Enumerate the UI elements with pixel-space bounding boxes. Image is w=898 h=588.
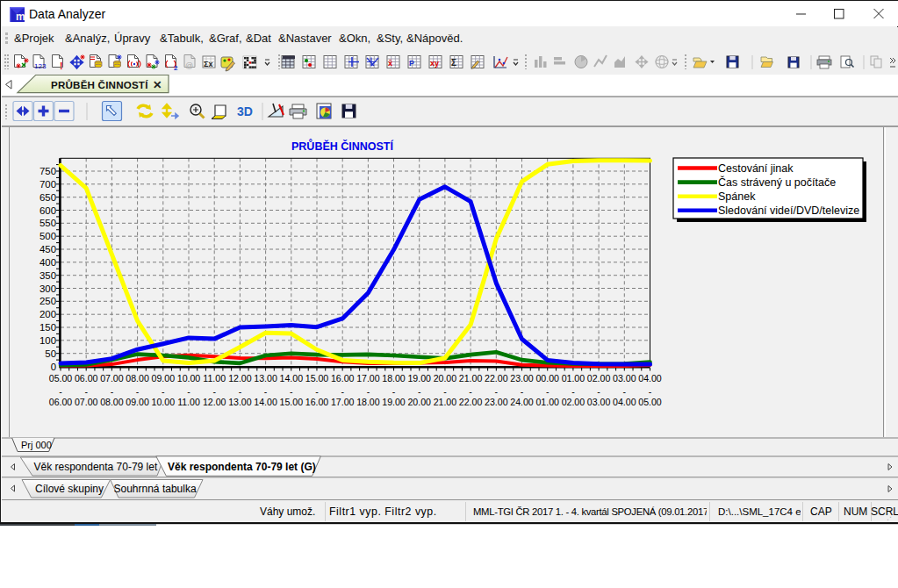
svg-text:m: m [16,11,25,22]
svg-text:23.00: 23.00 [485,397,508,407]
svg-text:08.00: 08.00 [126,373,149,384]
svg-text:PRŮBĚH ČINNOSTÍ: PRŮBĚH ČINNOSTÍ [291,139,394,153]
svg-text:20.00: 20.00 [407,397,431,407]
svg-text:18.00: 18.00 [382,373,406,384]
svg-text:-: - [341,386,344,397]
svg-text:01.00: 01.00 [535,397,559,407]
svg-text:21.00: 21.00 [434,397,457,407]
svg-text:22.00: 22.00 [459,397,483,407]
svg-text:09.00: 09.00 [152,373,176,384]
svg-text:16.00: 16.00 [331,373,355,384]
svg-text:PRŮBĚH ČINNOSTÍ: PRŮBĚH ČINNOSTÍ [51,79,148,90]
svg-text:150: 150 [40,322,56,333]
svg-text:03.00: 03.00 [587,397,611,407]
svg-text:-: - [571,386,575,397]
svg-text:06.00: 06.00 [75,373,98,384]
svg-text:02.00: 02.00 [587,373,611,384]
svg-text:-: - [521,386,524,397]
svg-text:✕: ✕ [153,79,162,91]
svg-text:07.00: 07.00 [100,373,124,384]
svg-text:500: 500 [40,231,56,241]
svg-text:09.00: 09.00 [126,397,149,407]
svg-text:-: - [264,386,268,397]
svg-text:-: - [290,386,293,397]
svg-text:2: 2 [174,64,178,72]
svg-text:-: - [84,386,88,397]
svg-text:-: - [187,386,190,397]
svg-text:-: - [315,386,319,397]
svg-text:300: 300 [40,283,56,294]
svg-text:08.00: 08.00 [100,397,124,407]
svg-text:07.00: 07.00 [75,397,98,407]
svg-text:17.00: 17.00 [356,373,380,384]
svg-text:02.00: 02.00 [562,397,585,407]
svg-text:-: - [392,386,396,397]
svg-text:12.00: 12.00 [228,373,252,384]
svg-text:24.00: 24.00 [510,397,534,407]
svg-text:14.00: 14.00 [254,397,277,407]
svg-text:06.00: 06.00 [49,397,73,407]
svg-text:05.00: 05.00 [49,373,73,384]
svg-text:21.00: 21.00 [459,373,483,384]
svg-text:15.00: 15.00 [280,397,304,407]
svg-text:-: - [443,386,447,397]
svg-text:Cestování jinak: Cestování jinak [718,162,794,175]
svg-text:Věk respondenta 70-79 let (G): Věk respondenta 70-79 let (G) [168,461,316,473]
svg-text:700: 700 [40,179,56,190]
svg-text:!: ! [60,61,63,71]
svg-text:400: 400 [40,257,56,268]
svg-text:Σx: Σx [204,60,212,68]
svg-text:-: - [212,386,216,397]
svg-text:250: 250 [40,296,56,306]
svg-text:17.00: 17.00 [331,397,355,407]
svg-text:-: - [469,386,472,397]
svg-text:18.00: 18.00 [356,397,380,407]
svg-text:12.00: 12.00 [203,397,226,407]
svg-text:16.00: 16.00 [305,397,329,407]
svg-text:11.00: 11.00 [177,397,200,407]
svg-text:13.00: 13.00 [228,397,252,407]
svg-text:P: P [409,59,414,68]
svg-text:750: 750 [40,166,56,176]
svg-text:04.00: 04.00 [613,397,636,407]
svg-text:20.00: 20.00 [434,373,457,384]
svg-text:-: - [136,386,140,397]
svg-text:0: 0 [51,362,56,372]
svg-text:00.00: 00.00 [535,373,559,384]
svg-text:23.00: 23.00 [510,373,534,384]
svg-text:Prj 000: Prj 000 [21,440,52,450]
svg-text:550: 550 [40,218,56,228]
svg-text:-: - [162,386,165,397]
svg-text:-: - [418,386,421,397]
svg-text:Cílové skupiny: Cílové skupiny [35,483,104,495]
svg-text:10.00: 10.00 [177,373,201,384]
svg-text:Σ: Σ [451,58,456,68]
svg-text:-: - [623,386,627,397]
svg-text:01.00: 01.00 [562,373,585,384]
svg-text:10.00: 10.00 [152,397,176,407]
svg-text:04.00: 04.00 [638,373,662,384]
svg-text:11.00: 11.00 [203,373,226,384]
svg-text:50: 50 [45,348,56,359]
svg-text:Věk respondenta 70-79 let: Věk respondenta 70-79 let [34,461,158,473]
svg-text:Sledování videí/DVD/televize: Sledování videí/DVD/televize [718,204,859,217]
svg-text:Souhrnná tabulka: Souhrnná tabulka [114,483,197,495]
svg-text:19.00: 19.00 [407,373,431,384]
svg-text:x̄: x̄ [388,59,392,68]
svg-text:-: - [649,386,652,397]
svg-text:19.00: 19.00 [382,397,406,407]
svg-text:03.00: 03.00 [613,373,636,384]
svg-text:13.00: 13.00 [254,373,277,384]
svg-text:@: @ [185,61,193,70]
svg-text:-: - [59,386,62,397]
svg-text:600: 600 [40,205,56,216]
svg-text:350: 350 [40,270,56,281]
svg-text:xy: xy [430,59,439,68]
svg-text:123: 123 [34,62,47,70]
svg-text:100: 100 [40,335,56,346]
svg-text:-: - [495,386,499,397]
svg-text:-: - [367,386,370,397]
svg-text:Spánek: Spánek [718,190,756,203]
svg-text:Čas strávený u počítače: Čas strávený u počítače [718,176,836,189]
svg-text:15.00: 15.00 [305,373,329,384]
